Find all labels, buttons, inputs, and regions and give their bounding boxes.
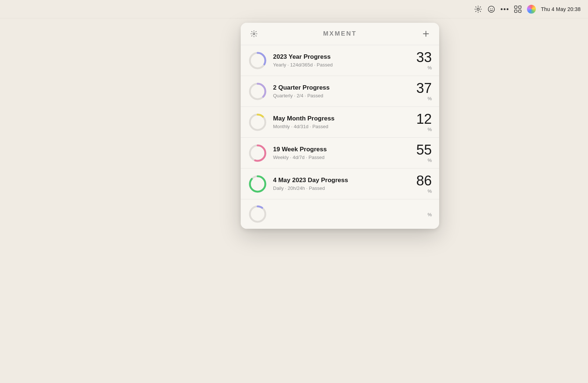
- year-progress-item[interactable]: 2023 Year Progress Yearly · 124d/365d · …: [241, 45, 439, 76]
- face-icon[interactable]: [487, 5, 495, 13]
- month-title: May Month Progress: [273, 115, 406, 122]
- week-info: 19 Week Progress Weekly · 4d/7d · Passed: [273, 146, 406, 160]
- svg-point-2: [490, 8, 491, 9]
- menubar-datetime: Thu 4 May 20:38: [541, 6, 581, 12]
- day-percent: 86 %: [406, 174, 432, 194]
- extra-ring: [248, 205, 267, 224]
- svg-point-3: [492, 8, 492, 9]
- popup-header: MXMENT: [241, 23, 439, 45]
- svg-point-11: [253, 33, 255, 35]
- menubar-icons: Thu 4 May 20:38: [474, 5, 581, 14]
- month-percent: 12 %: [406, 112, 432, 132]
- progress-list: 2023 Year Progress Yearly · 124d/365d · …: [241, 45, 439, 229]
- mxment-popup: MXMENT 2023 Year Progress Yearly · 124d/…: [241, 23, 439, 229]
- svg-rect-7: [514, 6, 517, 8]
- week-progress-item[interactable]: 19 Week Progress Weekly · 4d/7d · Passed…: [241, 138, 439, 169]
- week-title: 19 Week Progress: [273, 146, 406, 153]
- year-ring: [248, 51, 267, 70]
- extra-info: [273, 213, 406, 215]
- quarter-info: 2 Quarter Progress Quarterly · 2/4 · Pas…: [273, 84, 406, 98]
- svg-point-4: [501, 8, 502, 10]
- week-subtitle: Weekly · 4d/7d · Passed: [273, 155, 406, 160]
- quarter-percent: 37 %: [406, 81, 432, 101]
- quarter-ring: [248, 82, 267, 101]
- year-percent: 33 %: [406, 50, 432, 71]
- quarter-title: 2 Quarter Progress: [273, 84, 406, 91]
- svg-point-6: [506, 8, 508, 10]
- extra-progress-item[interactable]: %: [241, 199, 439, 229]
- day-title: 4 May 2023 Day Progress: [273, 177, 406, 184]
- day-subtitle: Daily · 20h/24h · Passed: [273, 185, 406, 191]
- extra-percent: %: [406, 211, 432, 217]
- svg-rect-10: [519, 10, 521, 12]
- more-icon[interactable]: [501, 5, 509, 13]
- year-subtitle: Yearly · 124d/365d · Passed: [273, 62, 406, 68]
- settings-button[interactable]: [248, 28, 260, 40]
- svg-rect-9: [514, 10, 517, 12]
- app-title: MXMENT: [323, 30, 357, 37]
- gear-icon[interactable]: [474, 5, 482, 13]
- add-button[interactable]: [420, 28, 432, 40]
- month-subtitle: Monthly · 4d/31d · Passed: [273, 124, 406, 129]
- month-ring: [248, 113, 267, 132]
- week-ring: [248, 144, 267, 163]
- control-center-icon[interactable]: [514, 5, 522, 13]
- menubar: Thu 4 May 20:38: [0, 0, 588, 18]
- month-info: May Month Progress Monthly · 4d/31d · Pa…: [273, 115, 406, 129]
- svg-point-24: [250, 206, 265, 222]
- siri-icon[interactable]: [527, 5, 536, 14]
- day-progress-item[interactable]: 4 May 2023 Day Progress Daily · 20h/24h …: [241, 169, 439, 199]
- day-info: 4 May 2023 Day Progress Daily · 20h/24h …: [273, 177, 406, 191]
- svg-point-1: [488, 6, 494, 12]
- svg-point-5: [503, 8, 505, 10]
- day-ring: [248, 174, 267, 194]
- month-progress-item[interactable]: May Month Progress Monthly · 4d/31d · Pa…: [241, 107, 439, 138]
- svg-point-23: [250, 176, 265, 192]
- week-percent: 55 %: [406, 143, 432, 163]
- quarter-subtitle: Quarterly · 2/4 · Passed: [273, 93, 406, 98]
- svg-point-0: [477, 8, 479, 10]
- year-title: 2023 Year Progress: [273, 53, 406, 61]
- quarter-progress-item[interactable]: 2 Quarter Progress Quarterly · 2/4 · Pas…: [241, 76, 439, 107]
- svg-rect-8: [519, 6, 521, 8]
- year-info: 2023 Year Progress Yearly · 124d/365d · …: [273, 53, 406, 68]
